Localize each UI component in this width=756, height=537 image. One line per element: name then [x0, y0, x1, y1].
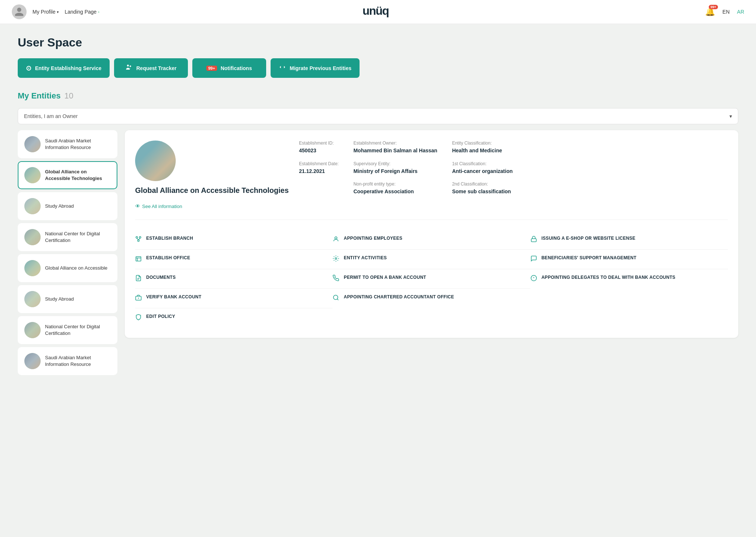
migrate-entities-button[interactable]: Migrate Previous Entities: [271, 58, 360, 78]
appointing-accountant-label: APPOINTING CHARTERED ACCOUNTANT OFFICE: [344, 294, 454, 300]
entity-establishing-label: Entity Establishing Service: [35, 65, 102, 71]
supervisory-label: Supervisory Entity:: [353, 161, 437, 166]
entity-thumb-7: [24, 322, 41, 338]
entity-item-7[interactable]: National Center for Digital Certificatio…: [18, 316, 117, 344]
request-tracker-button[interactable]: Request Tracker: [114, 58, 188, 78]
entity-name-6: Study Abroad: [45, 296, 74, 302]
nonprofit-value: Cooperative Association: [353, 188, 437, 195]
meta-col-1: Establishment ID: 450023 Establishment D…: [299, 141, 339, 209]
owner-value: Mohammed Bin Salman al Hassan: [353, 147, 437, 155]
entity-name-5: Global Alliance on Accessible: [45, 265, 107, 271]
entity-thumb-4: [24, 229, 41, 245]
logo: unüq: [361, 4, 395, 20]
edit-policy-icon: [135, 314, 142, 322]
page-title: User Space: [18, 36, 738, 49]
beneficiaries-support-item[interactable]: BENEFICIARIES' SUPPORT MANAGEMENT: [530, 250, 728, 269]
svg-point-2: [130, 65, 131, 67]
svg-point-4: [139, 236, 141, 238]
establishment-date: Establishment Date: 21.12.2021: [299, 161, 339, 175]
entity-item-8[interactable]: Saudi Arabian Market Information Resourc…: [18, 347, 117, 375]
permit-bank-item[interactable]: PERMIT TO OPEN A BANK ACCOUNT: [333, 269, 530, 289]
beneficiaries-support-label: BENEFICIARIES' SUPPORT MANAGEMENT: [542, 255, 636, 261]
see-all-link[interactable]: 👁 See All information: [135, 203, 182, 209]
establishment-id-value: 450023: [299, 147, 339, 155]
verify-bank-item[interactable]: VERIFY BANK ACCOUNT: [135, 289, 333, 308]
filter-label: Entities, I am an Owner: [24, 113, 78, 119]
appointing-employees-item[interactable]: APPOINTING EMPLOYEES: [333, 230, 530, 250]
notification-bell[interactable]: 🔔 99+: [705, 7, 715, 17]
entity-item-3[interactable]: Study Abroad: [18, 192, 117, 220]
establish-branch-label: ESTABLISH BRANCH: [146, 235, 193, 242]
issuing-eshop-item[interactable]: ISSUING A E-SHOP OR WEBSITE LICENSE: [530, 230, 728, 250]
appointing-accountant-item[interactable]: APPOINTING CHARTERED ACCOUNTANT OFFICE: [333, 289, 530, 308]
header: My Profile ▾ Landing Page › unüq 🔔 99+ E…: [0, 0, 756, 24]
classification-value: Health and Medicine: [452, 147, 513, 155]
verify-bank-icon: [135, 294, 142, 303]
entity-item-2[interactable]: Global Alliance on Accessible Technologi…: [18, 161, 117, 189]
meta-col-2: Establishment Owner: Mohammed Bin Salman…: [353, 141, 437, 209]
svg-point-1: [127, 65, 129, 66]
main-content: User Space ⊙ Entity Establishing Service…: [0, 24, 756, 387]
establishment-id-label: Establishment ID:: [299, 141, 339, 146]
entity-name-4: National Center for Digital Certificatio…: [45, 231, 111, 244]
entities-count: 10: [64, 91, 73, 101]
second-class-value: Some sub classification: [452, 188, 513, 195]
establish-office-item[interactable]: ESTABLISH OFFICE: [135, 250, 333, 269]
entity-thumb-8: [24, 353, 41, 369]
eye-icon: 👁: [135, 203, 140, 209]
verify-bank-label: VERIFY BANK ACCOUNT: [146, 294, 202, 300]
entity-item-5[interactable]: Global Alliance on Accessible: [18, 254, 117, 282]
entity-item-6[interactable]: Study Abroad: [18, 285, 117, 313]
appointing-delegates-item[interactable]: APPOINTING DELEGATES TO DEAL WITH BANK A…: [530, 269, 728, 288]
entity-establishing-button[interactable]: ⊙ Entity Establishing Service: [18, 58, 110, 78]
appointing-accountant-icon: [333, 294, 339, 303]
edit-policy-item[interactable]: EDIT POLICY: [135, 308, 333, 328]
nonprofit-label: Non-profit entity type:: [353, 181, 437, 187]
entity-card-top: Global Alliance on Accessible Technologi…: [135, 141, 728, 220]
svg-point-17: [334, 295, 338, 299]
owner: Establishment Owner: Mohammed Bin Salman…: [353, 141, 437, 155]
establish-office-icon: [135, 255, 142, 264]
svg-point-5: [138, 240, 140, 242]
entity-activities-label: ENTITY ACTIVITIES: [344, 255, 386, 261]
entity-detail-panel: Global Alliance on Accessible Technologi…: [125, 130, 738, 375]
notifications-button[interactable]: 99+ Notifications: [192, 58, 266, 78]
supervisory-value: Ministry of Foreign Affairs: [353, 168, 437, 175]
profile-nav[interactable]: My Profile ▾: [32, 9, 59, 15]
profile-chevron: ▾: [57, 10, 59, 14]
svg-point-16: [335, 258, 337, 260]
notification-badge: 99+: [709, 5, 718, 9]
second-classification: 2nd Classification: Some sub classificat…: [452, 181, 513, 195]
establish-branch-item[interactable]: ESTABLISH BRANCH: [135, 230, 333, 250]
entity-item-1[interactable]: Saudi Arabian Market Information Resourc…: [18, 130, 117, 158]
classification-label: Entity Classification:: [452, 141, 513, 146]
svg-text:unüq: unüq: [362, 4, 389, 17]
request-tracker-label: Request Tracker: [136, 65, 176, 71]
landing-label: Landing Page: [65, 9, 96, 15]
avatar[interactable]: [12, 4, 27, 19]
establishment-date-label: Establishment Date:: [299, 161, 339, 166]
landing-chevron: ›: [98, 10, 99, 14]
entity-activities-item[interactable]: ENTITY ACTIVITIES: [333, 250, 530, 269]
first-class-value: Anti-cancer organization: [452, 168, 513, 175]
entity-name-3: Study Abroad: [45, 203, 74, 209]
lang-en-button[interactable]: EN: [722, 9, 729, 15]
documents-item[interactable]: DOCUMENTS: [135, 269, 333, 289]
establishment-date-value: 21.12.2021: [299, 168, 339, 175]
first-class-label: 1st Classification:: [452, 161, 513, 166]
appointing-employees-icon: [333, 236, 339, 244]
lang-ar-button[interactable]: AR: [737, 9, 744, 15]
dropdown-chevron: ▾: [729, 113, 732, 119]
issuing-eshop-label: ISSUING A E-SHOP OR WEBSITE LICENSE: [542, 235, 636, 242]
owner-label: Establishment Owner:: [353, 141, 437, 146]
entity-photo: [135, 141, 176, 181]
entity-main-name: Global Alliance on Accessible Technologi…: [135, 186, 289, 195]
landing-page-nav[interactable]: Landing Page ›: [65, 9, 99, 15]
entity-activities-icon: [333, 255, 339, 264]
entities-filter-dropdown[interactable]: Entities, I am an Owner ▾: [18, 108, 738, 124]
meta-col-3: Entity Classification: Health and Medici…: [452, 141, 513, 209]
entity-thumb-1: [24, 136, 41, 152]
service-col-2: APPOINTING EMPLOYEES ENTITY ACTIVITIES: [333, 230, 530, 328]
entity-item-4[interactable]: National Center for Digital Certificatio…: [18, 223, 117, 251]
entity-thumb-6: [24, 291, 41, 307]
